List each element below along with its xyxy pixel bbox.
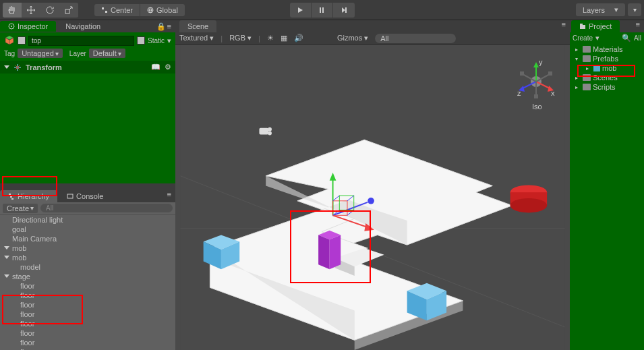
layer-label: Layer (69, 50, 86, 57)
static-label: Static (148, 37, 165, 45)
svg-rect-34 (548, 71, 552, 76)
svg-text:y: y (539, 58, 543, 66)
hierarchy-item[interactable]: model (0, 262, 175, 272)
hierarchy-item[interactable]: Directional light (0, 215, 175, 225)
hierarchy-search[interactable]: All (40, 204, 173, 212)
tab-inspector[interactable]: Inspector (0, 21, 56, 32)
layer-dropdown[interactable]: Default▾ (89, 49, 125, 58)
project-tree: ▸Materials▾Prefabs▸mob▸Scenes▸Scripts (570, 43, 644, 92)
light-toggle[interactable]: ☀ (267, 34, 274, 42)
project-item[interactable]: ▾Prefabs (570, 54, 644, 63)
tab-scene[interactable]: Scene (179, 20, 216, 32)
shading-dropdown[interactable]: Textured ▾ (179, 34, 214, 42)
svg-text:z: z (517, 89, 521, 97)
space-toggle[interactable]: Global (140, 4, 185, 16)
svg-text:x: x (551, 89, 555, 97)
play-controls (290, 3, 355, 18)
space-label: Global (156, 6, 178, 14)
gizmos-dropdown[interactable]: Gizmos ▾ (337, 34, 368, 42)
axis-gizmo[interactable]: y x z Iso (516, 58, 556, 112)
play-button[interactable] (290, 3, 312, 18)
hierarchy-item[interactable]: mob (0, 253, 175, 262)
rotate-tool[interactable] (40, 3, 59, 18)
hierarchy-item[interactable]: floor (0, 319, 175, 328)
svg-rect-2 (105, 11, 107, 13)
svg-rect-29 (259, 128, 268, 135)
hierarchy-item[interactable]: floor (0, 338, 175, 347)
static-dropdown[interactable]: ▾ (167, 36, 171, 45)
step-button[interactable] (333, 3, 355, 18)
tab-project[interactable]: Project (571, 20, 620, 32)
svg-rect-11 (11, 198, 13, 200)
pivot-toggle[interactable]: Center (94, 4, 140, 16)
context-menu-icon[interactable]: ≡ (636, 20, 640, 32)
scene-3d (175, 45, 570, 350)
foldout-icon (4, 65, 9, 69)
hierarchy-tabs: Hierarchy Console ≡ (0, 190, 175, 202)
svg-point-22 (368, 198, 374, 204)
tab-navigation[interactable]: Navigation (57, 21, 109, 32)
pause-button[interactable] (312, 3, 333, 18)
scene-toolbar: Textured ▾ | RGB ▾ | ☀ ▦ 🔊 Gizmos ▾ All (175, 32, 570, 45)
hierarchy-item[interactable]: floor (0, 328, 175, 338)
pivot-label: Center (111, 6, 133, 14)
project-item[interactable]: ▸Scenes (570, 73, 644, 82)
svg-rect-5 (322, 7, 324, 13)
move-tool[interactable] (22, 3, 40, 18)
blue-cube-right (407, 283, 446, 321)
hierarchy-item[interactable]: stage (0, 272, 175, 281)
hierarchy-item[interactable]: floor (0, 347, 175, 351)
svg-rect-41 (580, 24, 583, 25)
svg-rect-9 (9, 194, 11, 195)
scene-panel: Scene ≡ Textured ▾ | RGB ▾ | ☀ ▦ 🔊 Gizmo… (175, 20, 570, 350)
hierarchy-item[interactable]: mob (0, 243, 175, 253)
object-name-input[interactable] (28, 36, 134, 46)
layout-dropdown[interactable]: ▾ (628, 3, 641, 16)
hierarchy-item[interactable]: floor (0, 310, 175, 319)
audio-toggle[interactable]: 🔊 (294, 34, 303, 42)
project-item[interactable]: ▸Scripts (570, 82, 644, 92)
static-checkbox[interactable]: ✓ (137, 36, 145, 45)
main-toolbar: Center Global Layers▾ ▾ (0, 0, 644, 20)
hierarchy-item[interactable]: floor (0, 300, 175, 310)
render-dropdown[interactable]: RGB ▾ (229, 34, 252, 42)
hierarchy-item[interactable]: Main Camera (0, 234, 175, 243)
help-icon[interactable]: 📖 (151, 63, 160, 71)
svg-rect-40 (580, 25, 585, 29)
hierarchy-item[interactable]: floor (0, 291, 175, 300)
tab-console[interactable]: Console (59, 190, 111, 202)
left-panel: Inspector Navigation 🔒≡ ✓ ✓ Static ▾ Tag… (0, 20, 175, 350)
create-dropdown[interactable]: Create▾ (3, 204, 38, 213)
project-create[interactable]: Create (573, 34, 593, 42)
context-menu-icon[interactable]: ≡ (167, 190, 171, 202)
hierarchy-body: Create▾ All Directional lightgoalMain Ca… (0, 202, 175, 351)
svg-point-30 (268, 127, 272, 132)
scene-search[interactable]: All (375, 34, 456, 43)
scale-tool[interactable] (59, 3, 78, 18)
component-menu-icon[interactable]: ⚙ (165, 63, 171, 71)
hierarchy-item[interactable]: goal (0, 225, 175, 234)
layers-label: Layers (583, 6, 605, 14)
layers-dropdown[interactable]: Layers▾ (576, 3, 625, 16)
project-item[interactable]: ▸mob (570, 63, 644, 73)
lock-icon[interactable]: 🔒 (156, 22, 166, 31)
project-item[interactable]: ▸Materials (570, 45, 644, 54)
svg-point-31 (268, 132, 272, 136)
hierarchy-item[interactable]: floor (0, 281, 175, 291)
context-menu-icon[interactable]: ≡ (562, 20, 566, 32)
svg-rect-35 (534, 94, 538, 98)
inspector-tabs: Inspector Navigation 🔒≡ (0, 20, 175, 32)
transform-component[interactable]: Transform 📖 ⚙ (0, 61, 175, 74)
active-checkbox[interactable]: ✓ (18, 36, 26, 45)
hierarchy-tree: Directional lightgoalMain Cameramobmobmo… (0, 215, 175, 351)
tab-hierarchy[interactable]: Hierarchy (0, 190, 57, 202)
svg-text:Iso: Iso (532, 103, 542, 111)
skybox-toggle[interactable]: ▦ (281, 34, 287, 42)
scene-view[interactable]: y x z Iso (175, 45, 570, 350)
tag-label: Tag (4, 50, 15, 57)
hand-tool[interactable] (3, 3, 22, 18)
tag-dropdown[interactable]: Untagged▾ (18, 49, 63, 58)
svg-rect-12 (67, 194, 73, 198)
context-menu-icon[interactable]: ≡ (167, 22, 171, 31)
project-search-icon[interactable]: 🔍 (622, 34, 631, 42)
